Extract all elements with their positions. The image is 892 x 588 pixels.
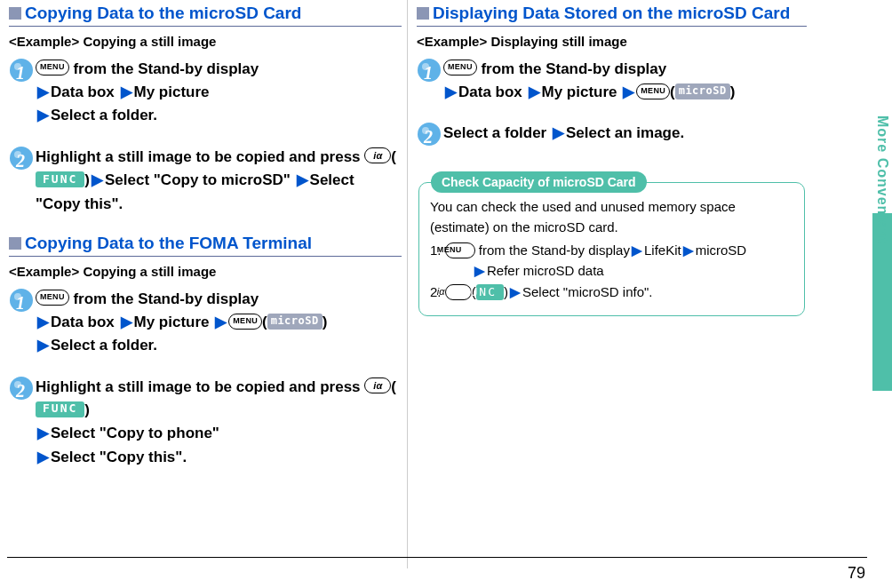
example-label: <Example> Copying a still image bbox=[9, 34, 402, 49]
arrow-icon: ▶ bbox=[90, 171, 105, 188]
step-text: Highlight a still image to be copied and… bbox=[36, 378, 364, 395]
step-text: My picture bbox=[542, 83, 617, 100]
step-text: Select "Copy to microSD" bbox=[105, 171, 295, 188]
section-title: Displaying Data Stored on the microSD Ca… bbox=[433, 4, 790, 24]
callout-box: Check Capacity of microSD Card You can c… bbox=[417, 182, 807, 316]
step-text: Highlight a still image to be copied and… bbox=[36, 148, 364, 165]
step-text: Data box bbox=[458, 83, 522, 100]
step-2: 2 Select a folder ▶Select an image. bbox=[417, 122, 807, 147]
section-heading: Copying Data to the microSD Card bbox=[9, 4, 402, 27]
arrow-icon: ▶ bbox=[36, 83, 51, 100]
callout-text: LifeKit bbox=[644, 242, 681, 258]
step-number-icon: 1 bbox=[9, 288, 36, 313]
step-text: Select an image. bbox=[566, 124, 684, 141]
step-2: 2 Highlight a still image to be copied a… bbox=[9, 376, 402, 469]
microsd-badge: microSD bbox=[267, 314, 323, 330]
example-label: <Example> Displaying still image bbox=[417, 34, 807, 49]
section-title: Copying Data to the FOMA Terminal bbox=[25, 234, 312, 254]
arrow-icon: ▶ bbox=[213, 314, 228, 330]
arrow-icon: ▶ bbox=[443, 83, 458, 100]
func-badge: FUNC bbox=[36, 401, 84, 417]
step-text: Data box bbox=[51, 314, 115, 330]
square-bullet-icon bbox=[9, 7, 21, 20]
step-text: from the Stand-by display bbox=[69, 60, 259, 77]
arrow-icon: ▶ bbox=[295, 171, 310, 188]
func-badge: FUNC bbox=[36, 171, 84, 187]
arrow-icon: ▶ bbox=[36, 425, 51, 441]
page-number: 79 bbox=[848, 564, 865, 583]
step-text: Select "Copy to phone" bbox=[51, 425, 219, 441]
arrow-icon: ▶ bbox=[36, 314, 51, 330]
arrow-icon: ▶ bbox=[36, 107, 51, 123]
section-heading: Copying Data to the FOMA Terminal bbox=[9, 234, 402, 257]
example-label: <Example> Copying a still image bbox=[9, 264, 402, 279]
menu-key-icon: MENU bbox=[228, 314, 262, 330]
step-number-icon: 2 bbox=[9, 376, 36, 401]
step-text: Select a folder. bbox=[51, 337, 157, 354]
func-badge: FUNC bbox=[476, 284, 504, 300]
arrow-icon: ▶ bbox=[508, 284, 522, 299]
side-tab-label: More Convenient bbox=[874, 115, 890, 244]
step-2: 2 Highlight a still image to be copied a… bbox=[9, 146, 402, 216]
step-number-icon: 1 bbox=[417, 58, 443, 83]
section-title: Copying Data to the microSD Card bbox=[25, 4, 301, 24]
right-column: Displaying Data Stored on the microSD Ca… bbox=[408, 0, 812, 568]
step-text: My picture bbox=[134, 314, 210, 330]
arrow-icon: ▶ bbox=[681, 242, 696, 258]
arrow-icon: ▶ bbox=[630, 242, 644, 258]
callout-text: Select "microSD info". bbox=[522, 284, 653, 299]
arrow-icon: ▶ bbox=[119, 83, 134, 100]
step-text: Select a folder. bbox=[51, 107, 157, 123]
arrow-icon: ▶ bbox=[621, 83, 636, 100]
arrow-icon: ▶ bbox=[473, 263, 487, 278]
menu-key-icon: MENU bbox=[636, 83, 670, 99]
step-1: 1 MENU from the Stand-by display ▶Data b… bbox=[417, 58, 807, 105]
footer-rule bbox=[7, 557, 867, 558]
callout-text: Refer microSD data bbox=[487, 263, 604, 278]
step-text: Data box bbox=[51, 83, 115, 100]
step-text: Select a folder bbox=[443, 124, 546, 141]
step-text: from the Stand-by display bbox=[69, 290, 259, 307]
step-1: 1 MENU from the Stand-by display ▶Data b… bbox=[9, 58, 402, 128]
callout-item-2: 2. iα(FUNC)▶Select "microSD info". bbox=[430, 282, 793, 303]
menu-key-icon: MENU bbox=[445, 242, 475, 258]
section-heading: Displaying Data Stored on the microSD Ca… bbox=[417, 4, 807, 27]
menu-key-icon: MENU bbox=[443, 60, 477, 75]
i-key-icon: iα bbox=[364, 377, 391, 393]
arrow-icon: ▶ bbox=[527, 83, 542, 100]
step-number-icon: 2 bbox=[417, 122, 443, 147]
arrow-icon: ▶ bbox=[551, 124, 566, 141]
step-text: My picture bbox=[134, 83, 210, 100]
step-number-icon: 2 bbox=[9, 146, 36, 171]
callout-title: Check Capacity of microSD Card bbox=[431, 171, 647, 193]
step-1: 1 MENU from the Stand-by display ▶Data b… bbox=[9, 288, 402, 358]
left-column: Copying Data to the microSD Card <Exampl… bbox=[4, 0, 408, 568]
arrow-icon: ▶ bbox=[119, 314, 134, 330]
side-tab: More Convenient bbox=[872, 53, 892, 551]
arrow-icon: ▶ bbox=[36, 337, 51, 354]
square-bullet-icon bbox=[417, 7, 429, 20]
menu-key-icon: MENU bbox=[36, 290, 69, 306]
callout-item-1: 1. MENU from the Stand-by display▶LifeKi… bbox=[430, 241, 793, 281]
square-bullet-icon bbox=[9, 237, 21, 250]
callout-text: microSD bbox=[696, 242, 747, 258]
menu-key-icon: MENU bbox=[36, 60, 69, 75]
step-number-icon: 1 bbox=[9, 58, 36, 83]
step-text: from the Stand-by display bbox=[477, 60, 666, 77]
callout-body: You can check the used and unused memory… bbox=[430, 197, 793, 237]
callout-text: from the Stand-by display bbox=[475, 242, 630, 258]
microsd-badge: microSD bbox=[675, 83, 730, 99]
arrow-icon: ▶ bbox=[36, 449, 51, 465]
i-key-icon: iα bbox=[364, 147, 391, 163]
step-text: Select "Copy this". bbox=[51, 449, 187, 465]
